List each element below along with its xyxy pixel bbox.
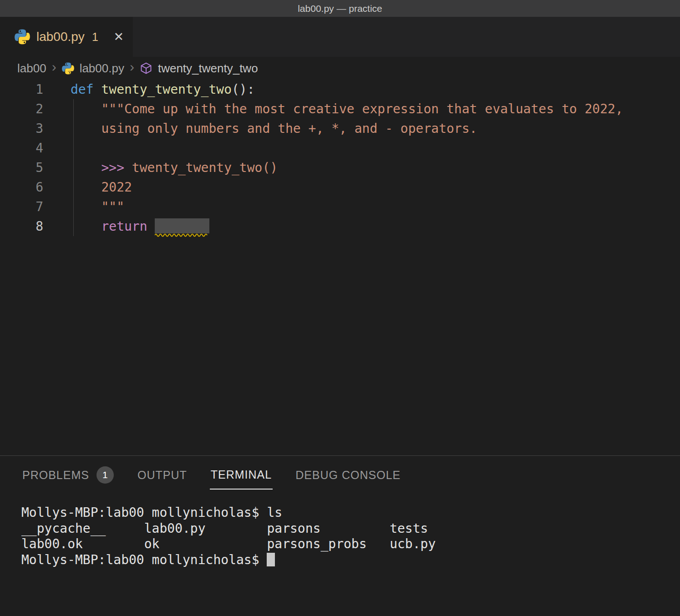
code-text: 2022	[71, 177, 132, 197]
editor-tab-bar: lab00.py 1 ✕	[0, 17, 680, 57]
terminal-line: Mollys-MBP:lab00 mollynicholas$	[21, 552, 680, 568]
tab-debug-console[interactable]: DEBUG CONSOLE	[294, 459, 401, 489]
code-text: >>> twenty_twenty_two()	[71, 158, 278, 177]
python-file-icon	[62, 62, 74, 75]
breadcrumb-symbol[interactable]: twenty_twenty_two	[158, 61, 258, 76]
code-line: 8 return	[0, 217, 680, 236]
breadcrumb-file[interactable]: lab00.py	[80, 61, 124, 76]
code-text: """	[71, 197, 124, 217]
symbol-method-icon	[140, 62, 152, 75]
indent-guide	[73, 99, 74, 236]
code-line: 3 using only numbers and the +, *, and -…	[0, 119, 680, 138]
python-file-icon	[15, 29, 30, 45]
tab-terminal-label: TERMINAL	[211, 468, 272, 481]
panel-tab-bar: PROBLEMS 1 OUTPUT TERMINAL DEBUG CONSOLE	[0, 456, 680, 492]
code-line: 5 >>> twenty_twenty_two()	[0, 158, 680, 177]
code-line: 4	[0, 138, 680, 158]
tab-terminal[interactable]: TERMINAL	[210, 459, 273, 490]
code-line: 2 """Come up with the most creative expr…	[0, 99, 680, 119]
terminal-line: Mollys-MBP:lab00 mollynicholas$ ls	[21, 505, 680, 521]
code-text: def twenty_twenty_two():	[71, 80, 255, 99]
tab-problems-label: PROBLEMS	[22, 469, 89, 482]
code-line: 7 """	[0, 197, 680, 217]
code-editor[interactable]: 1 def twenty_twenty_two(): 2 """Come up …	[0, 80, 680, 455]
breadcrumb-folder[interactable]: lab00	[17, 61, 46, 76]
tab-problem-count: 1	[92, 30, 98, 44]
chevron-right-icon: ›	[130, 60, 134, 76]
tab-debug-console-label: DEBUG CONSOLE	[295, 469, 401, 482]
code-line: 6 2022	[0, 177, 680, 197]
window-title: lab00.py — practice	[298, 3, 382, 14]
breadcrumb: lab00 › lab00.py › twenty_twenty_two	[0, 57, 680, 80]
terminal[interactable]: Mollys-MBP:lab00 mollynicholas$ ls __pyc…	[0, 492, 680, 568]
tab-output-label: OUTPUT	[137, 469, 187, 482]
return-expression-placeholder	[155, 218, 209, 233]
tab-output[interactable]: OUTPUT	[137, 459, 188, 489]
tab-problems[interactable]: PROBLEMS 1	[21, 457, 115, 491]
terminal-line: __pycache__ lab00.py parsons tests	[21, 521, 680, 537]
terminal-cursor	[267, 553, 275, 566]
problems-count-badge: 1	[96, 466, 114, 484]
code-text: return	[71, 217, 209, 236]
line-number: 3	[0, 119, 43, 138]
code-line: 1 def twenty_twenty_two():	[0, 80, 680, 99]
code-text: """Come up with the most creative expres…	[71, 99, 623, 119]
line-number: 5	[0, 158, 43, 177]
line-number: 1	[0, 80, 43, 99]
line-number: 7	[0, 197, 43, 217]
bottom-panel: PROBLEMS 1 OUTPUT TERMINAL DEBUG CONSOLE…	[0, 455, 680, 616]
code-text: using only numbers and the +, *, and - o…	[71, 119, 477, 138]
line-number: 6	[0, 177, 43, 197]
line-number-active: 8	[0, 217, 43, 236]
line-number: 4	[0, 138, 43, 158]
tab-file-name: lab00.py	[36, 30, 85, 44]
terminal-line: lab00.ok ok parsons_probs ucb.py	[21, 536, 680, 552]
tab-lab00-py[interactable]: lab00.py 1 ✕	[0, 17, 133, 57]
close-icon[interactable]: ✕	[113, 30, 124, 44]
window-titlebar: lab00.py — practice	[0, 0, 680, 17]
terminal-prompt: Mollys-MBP:lab00 mollynicholas$	[21, 552, 267, 567]
line-number: 2	[0, 99, 43, 119]
chevron-right-icon: ›	[52, 60, 56, 76]
